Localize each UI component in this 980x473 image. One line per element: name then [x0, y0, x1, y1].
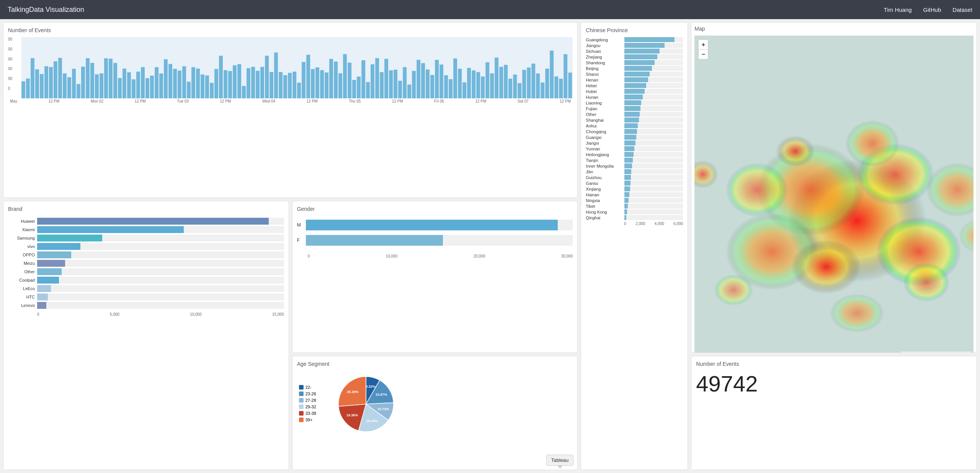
events-bar-chart	[21, 37, 573, 98]
brand-bar-row: Xiaomi	[8, 226, 284, 233]
svg-rect-106	[504, 65, 508, 99]
osm-link[interactable]: OpenStreetMap	[921, 352, 948, 353]
svg-rect-90	[430, 75, 434, 98]
count-panel: Number of Events 49742	[691, 356, 977, 470]
svg-text:8.32%: 8.32%	[366, 385, 376, 388]
svg-rect-115	[545, 69, 549, 98]
svg-rect-26	[136, 72, 140, 98]
svg-rect-98	[467, 68, 471, 99]
svg-rect-83	[398, 81, 402, 98]
province-bar-row: Fujian	[586, 106, 683, 111]
svg-rect-31	[159, 73, 163, 98]
svg-rect-24	[127, 72, 131, 98]
svg-rect-120	[568, 73, 572, 98]
svg-rect-45	[224, 70, 227, 98]
brand-bars: Huawei Xiaomi Samsung vivo OPPO	[8, 216, 284, 311]
province-bar-row: Zhejiang	[586, 54, 683, 59]
province-panel: Chinese Province Guangdong Jiangsu Sichu…	[581, 22, 688, 470]
svg-rect-64	[311, 69, 315, 98]
svg-rect-5	[40, 74, 44, 98]
svg-rect-1	[21, 82, 25, 98]
svg-rect-75	[361, 60, 365, 98]
events-chart-wrapper: 00 00 00 00 00 0	[8, 37, 573, 98]
nav-dataset[interactable]: Dataset	[952, 7, 972, 13]
age-title: Age Segment	[297, 361, 573, 367]
main-container: Number of Events 00 00 00 00 00 0 May 12…	[0, 19, 980, 473]
svg-rect-107	[508, 79, 512, 98]
svg-rect-60	[292, 72, 296, 98]
map-panel: Map + −	[691, 22, 977, 353]
svg-rect-84	[403, 67, 407, 98]
svg-rect-48	[237, 64, 241, 99]
svg-rect-117	[554, 77, 558, 98]
age-legend-item: 29-32	[299, 404, 316, 409]
header-nav: Tim Huang GitHub Dataset	[884, 7, 972, 13]
province-bar-row: Shanghai	[586, 117, 683, 122]
svg-rect-29	[150, 76, 154, 98]
zoom-in-button[interactable]: +	[698, 39, 708, 49]
province-bar-row: Ningxia	[586, 198, 683, 203]
map-controls: + −	[698, 39, 708, 59]
tableau-tooltip: Tableau	[546, 455, 574, 466]
province-bar-row: Hubei	[586, 89, 683, 94]
province-bar-row: Hunan	[586, 95, 683, 99]
svg-point-136	[726, 163, 788, 217]
province-title: Chinese Province	[586, 27, 683, 33]
svg-rect-74	[357, 77, 361, 98]
brand-bar-row: OPPO	[8, 251, 284, 258]
svg-rect-80	[384, 59, 388, 98]
svg-rect-51	[251, 67, 255, 98]
province-bar-row: Inner Mongolia	[586, 163, 683, 168]
svg-rect-102	[485, 62, 489, 98]
svg-rect-66	[320, 70, 324, 98]
svg-rect-95	[453, 59, 457, 98]
svg-rect-36	[182, 66, 186, 98]
province-bar-row: Hebei	[586, 83, 683, 88]
svg-rect-62	[302, 62, 305, 98]
svg-rect-61	[297, 83, 301, 98]
svg-rect-119	[564, 54, 567, 98]
svg-point-141	[714, 274, 753, 305]
svg-rect-57	[279, 72, 283, 98]
province-bar-row: Guangdong	[586, 37, 683, 42]
svg-rect-52	[256, 71, 260, 98]
x-axis-labels: May 12 PM Mon 02 12 PM Tue 03 12 PM Wed …	[8, 99, 573, 103]
age-pie-chart: 8.32%15.87%10.73%19.44%19.36%26.28%	[324, 373, 400, 434]
svg-point-140	[830, 294, 884, 333]
svg-rect-116	[550, 51, 554, 98]
province-bar-row: Liaoning	[586, 100, 683, 105]
svg-rect-34	[173, 69, 177, 98]
svg-rect-114	[541, 83, 544, 98]
zoom-out-button[interactable]: −	[698, 49, 708, 59]
svg-rect-99	[472, 70, 475, 98]
province-bar-row: Jiangsu	[586, 43, 683, 48]
province-bar-row: Anhui	[586, 123, 683, 128]
svg-text:15.87%: 15.87%	[375, 393, 387, 396]
brand-bar-row: Huawei	[8, 218, 284, 225]
svg-text:26.28%: 26.28%	[347, 390, 359, 394]
count-value: 49742	[696, 371, 972, 396]
svg-rect-20	[109, 59, 113, 98]
nav-tim-huang[interactable]: Tim Huang	[884, 7, 912, 13]
nav-github[interactable]: GitHub	[923, 7, 941, 13]
svg-rect-77	[371, 64, 374, 98]
svg-point-135	[846, 121, 900, 167]
svg-rect-9	[58, 58, 62, 98]
svg-rect-15	[86, 58, 90, 98]
svg-rect-21	[113, 63, 117, 99]
map-title: Map	[694, 26, 973, 32]
province-bar-row: Jilin	[586, 169, 683, 174]
age-legend-item: 33-38	[299, 411, 316, 416]
svg-rect-3	[31, 58, 34, 98]
brand-panel: Brand Huawei Xiaomi Samsung vivo OPPO	[3, 201, 289, 470]
brand-title: Brand	[8, 206, 284, 212]
svg-rect-44	[219, 56, 223, 98]
brand-bar-row: HTC	[8, 294, 284, 300]
svg-rect-100	[476, 72, 480, 98]
svg-rect-105	[499, 67, 503, 99]
svg-rect-12	[72, 69, 76, 98]
svg-rect-104	[495, 57, 498, 98]
svg-rect-81	[389, 70, 393, 98]
svg-text:19.36%: 19.36%	[346, 413, 358, 417]
svg-rect-28	[145, 78, 149, 98]
